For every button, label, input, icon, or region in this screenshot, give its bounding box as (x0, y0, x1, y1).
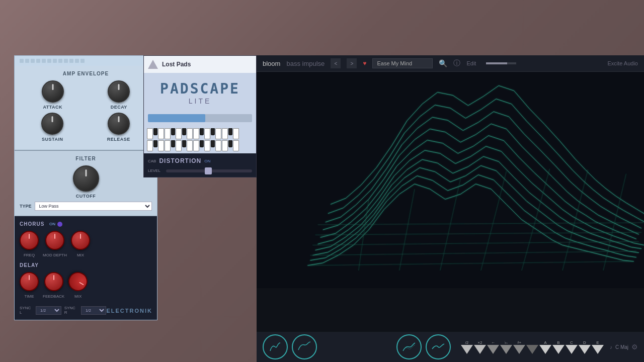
filter-type-select[interactable]: Low Pass High Pass Band Pass (35, 202, 152, 211)
top-bar-dot (31, 59, 35, 63)
chorus-mod-depth-knob[interactable] (45, 231, 64, 250)
piano-white-key[interactable] (147, 140, 153, 151)
chorus-freq-container: FREQ (20, 231, 39, 257)
piano-black-key[interactable] (228, 128, 232, 135)
info-button[interactable]: ⓘ (453, 59, 460, 68)
middle-panel: Lost Pads PADSCAPE LITE (143, 55, 257, 177)
bottom-piano-controls: /2 ×2 ← ♭- ♯+ (461, 340, 604, 354)
top-bar-dot (25, 59, 29, 63)
piano-black-key[interactable] (171, 128, 175, 135)
svg-line-7 (440, 179, 461, 270)
heart-icon[interactable]: ♥ (363, 60, 366, 67)
piano-white-key[interactable] (165, 128, 171, 139)
piano-white-key[interactable] (187, 140, 193, 151)
note-btn-d[interactable] (579, 345, 591, 354)
piano-black-key[interactable] (211, 128, 215, 135)
delay-time-container: TIME (20, 272, 39, 299)
chorus-freq-knob[interactable] (20, 231, 39, 250)
svg-line-8 (481, 171, 507, 271)
piano-white-key[interactable] (233, 128, 239, 139)
attack-knob-container: ATTACK (42, 80, 64, 110)
delay-feedback-container: FEEDBACK (43, 272, 64, 299)
sync-r-select[interactable]: 1/2 1/4 1/8 (81, 306, 107, 315)
sync-l-select[interactable]: 1/2 1/4 1/8 (36, 306, 61, 315)
delay-mix-container: MIX (68, 272, 88, 299)
piano-white-key[interactable] (233, 140, 239, 151)
distortion-header: CAB DISTORTION ON (148, 157, 252, 164)
piano-white-key[interactable] (215, 128, 221, 139)
note-btn-div2[interactable] (461, 345, 473, 354)
note-ctrl-arrow-left: ← (487, 340, 499, 354)
piano-white-key[interactable] (193, 140, 199, 151)
piano-white-key[interactable] (176, 128, 182, 139)
note-btn-a[interactable] (539, 345, 551, 354)
bloom-knob-2[interactable] (292, 334, 317, 359)
bloom-knob-1[interactable] (263, 334, 288, 359)
note-ctrl-x2: ×2 (474, 340, 486, 354)
piano-black-key[interactable] (200, 140, 204, 147)
note-btn-flat[interactable] (500, 345, 512, 354)
piano-white-key[interactable] (222, 140, 228, 151)
sustain-knob[interactable] (41, 113, 63, 135)
piano-black-key[interactable] (182, 140, 186, 147)
delay-time-knob[interactable] (20, 272, 39, 291)
note-btn-c[interactable] (566, 345, 578, 354)
piano-black-key[interactable] (228, 140, 232, 147)
piano-white-key[interactable] (222, 128, 228, 139)
piano-white-key[interactable] (187, 128, 193, 139)
piano-black-key[interactable] (211, 140, 215, 147)
piano-white-key[interactable] (204, 128, 210, 139)
top-bar (15, 56, 157, 66)
release-knob[interactable] (108, 113, 130, 135)
bloom-knob-4[interactable] (426, 334, 451, 359)
bloom-preset-field[interactable]: Ease My Mind (372, 58, 433, 68)
attack-knob[interactable] (42, 80, 64, 103)
bloom-knob-3[interactable] (396, 334, 422, 359)
sync-logo-row: SYNC L 1/2 1/4 1/8 SYNC R 1/2 1/4 1/8 EL… (20, 303, 152, 315)
delay-feedback-knob[interactable] (44, 272, 63, 291)
piano-keys-bottom (144, 140, 256, 151)
piano-white-key[interactable] (204, 140, 210, 151)
note-btn-sharp[interactable] (513, 345, 525, 354)
cutoff-knob[interactable] (73, 165, 99, 192)
chorus-mix-knob[interactable] (71, 231, 90, 250)
bloom-bottom-controls: /2 ×2 ← ♭- ♯+ (257, 332, 644, 362)
edit-button[interactable]: Edit (466, 60, 476, 66)
note-btn-e[interactable] (592, 345, 604, 354)
padscape-title-area: PADSCAPE LITE (144, 73, 256, 110)
padscape-plugin-name: PADSCAPE (149, 80, 251, 97)
piano-white-key[interactable] (165, 140, 171, 151)
piano-black-key[interactable] (182, 128, 186, 135)
piano-black-key[interactable] (153, 140, 157, 147)
delay-mix-knob[interactable] (65, 268, 91, 295)
bloom-nav-next[interactable]: > (347, 58, 357, 68)
bloom-title: bloom (263, 60, 280, 67)
piano-black-key[interactable] (153, 128, 157, 135)
chorus-toggle[interactable] (57, 222, 62, 227)
piano-white-key[interactable] (158, 140, 164, 151)
top-bar-dot (80, 59, 85, 63)
note-btn-x2[interactable] (474, 345, 486, 354)
piano-black-key[interactable] (200, 128, 204, 135)
volume-fill (486, 62, 507, 64)
note-btn-empty[interactable] (526, 345, 538, 354)
decay-knob[interactable] (108, 80, 130, 103)
piano-white-key[interactable] (176, 140, 182, 151)
svg-line-9 (522, 168, 550, 270)
piano-white-key[interactable] (193, 128, 199, 139)
distortion-slider-thumb[interactable] (205, 167, 212, 174)
piano-white-key[interactable] (215, 140, 221, 151)
top-bar-dot (47, 59, 51, 63)
piano-white-key[interactable] (147, 128, 153, 139)
search-button[interactable]: 🔍 (439, 59, 447, 67)
bloom-nav-prev[interactable]: < (331, 58, 341, 68)
chorus-header-row: CHORUS ON (20, 221, 152, 227)
piano-white-key[interactable] (158, 128, 164, 139)
note-btn-b[interactable] (552, 345, 565, 354)
note-btn-arrow-left[interactable] (487, 345, 499, 354)
settings-icon[interactable]: ⚙ (631, 343, 638, 351)
volume-slider[interactable] (486, 62, 516, 64)
distortion-level-slider[interactable] (166, 169, 252, 172)
distortion-on-label[interactable]: ON (204, 159, 210, 163)
piano-black-key[interactable] (171, 140, 175, 147)
